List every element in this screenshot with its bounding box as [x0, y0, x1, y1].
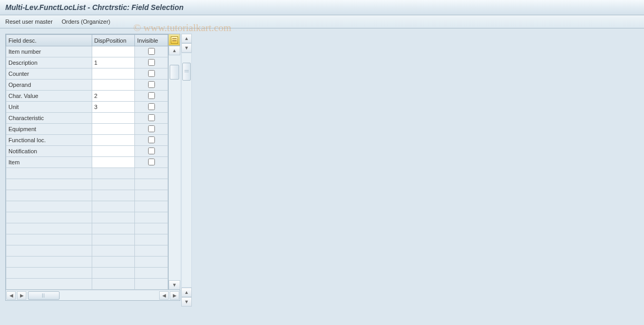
invisible-cell [135, 234, 168, 245]
table-vertical-scrollbar[interactable]: ▲ ▼ [169, 46, 180, 290]
orders-organizer-button[interactable]: Orders (Organizer) [62, 18, 110, 25]
field-desc-cell[interactable] [6, 257, 92, 268]
disp-position-cell[interactable] [92, 223, 135, 234]
field-desc-cell[interactable]: Item [6, 157, 92, 168]
hscroll-thumb[interactable] [28, 291, 60, 300]
table-row [6, 245, 168, 257]
invisible-checkbox[interactable] [148, 125, 155, 132]
table-row [6, 168, 168, 179]
panel-vertical-scrollbar[interactable]: ▲ ▼ ▲ ▼ [181, 34, 192, 307]
disp-position-cell[interactable] [92, 179, 135, 190]
invisible-checkbox[interactable] [148, 147, 155, 154]
invisible-checkbox[interactable] [148, 92, 155, 99]
disp-position-cell[interactable] [92, 146, 135, 157]
scroll-left-icon[interactable]: ◀ [6, 291, 16, 300]
field-selection-table: Field desc. DispPosition Invisible Item … [6, 34, 168, 290]
table-row [6, 279, 168, 290]
table-settings-button[interactable] [169, 34, 180, 46]
scroll-right-icon[interactable]: ▶ [17, 291, 26, 300]
disp-position-cell[interactable]: 1 [92, 57, 135, 68]
field-desc-cell[interactable]: Description [6, 57, 92, 68]
field-desc-cell[interactable] [6, 268, 92, 279]
field-desc-cell[interactable]: Equipment [6, 124, 92, 135]
invisible-cell [135, 146, 168, 157]
disp-position-cell[interactable] [92, 234, 135, 245]
scroll-right-end-icon[interactable]: ▶ [170, 291, 179, 300]
scroll-up-icon[interactable]: ▲ [169, 46, 180, 55]
field-desc-cell[interactable]: Unit [6, 102, 92, 113]
disp-position-cell[interactable] [92, 113, 135, 124]
disp-position-cell[interactable] [92, 124, 135, 135]
table-row: Functional loc. [6, 135, 168, 146]
field-desc-cell[interactable]: Functional loc. [6, 135, 92, 146]
invisible-checkbox[interactable] [148, 103, 155, 110]
disp-position-cell[interactable] [92, 257, 135, 268]
disp-position-cell[interactable] [92, 168, 135, 179]
invisible-checkbox[interactable] [148, 136, 155, 143]
table-row: Counter [6, 68, 168, 80]
table-horizontal-scrollbar[interactable]: ◀ ▶ ◀ ▶ [6, 290, 180, 300]
disp-position-cell[interactable] [92, 212, 135, 223]
table-row [6, 234, 168, 245]
scroll-down-icon[interactable]: ▼ [169, 280, 180, 290]
field-desc-cell[interactable] [6, 223, 92, 234]
field-desc-cell[interactable] [6, 179, 92, 190]
scroll-left-end-icon[interactable]: ◀ [159, 291, 169, 300]
field-desc-cell[interactable]: Char. Value [6, 91, 92, 102]
panel-scroll-up-icon[interactable]: ▲ [181, 34, 192, 43]
disp-position-cell[interactable] [92, 80, 135, 91]
field-desc-cell[interactable] [6, 245, 92, 257]
table-row [6, 223, 168, 234]
invisible-checkbox[interactable] [148, 114, 155, 121]
table-row [6, 268, 168, 279]
column-header-disp-position[interactable]: DispPosition [92, 35, 135, 46]
vscroll-track[interactable] [169, 55, 180, 280]
disp-position-cell[interactable] [92, 46, 135, 57]
field-desc-cell[interactable] [6, 234, 92, 245]
table-row [6, 179, 168, 190]
content-area: Field desc. DispPosition Invisible Item … [0, 28, 644, 312]
invisible-cell [135, 124, 168, 135]
panel-scroll-down-icon[interactable]: ▼ [181, 43, 192, 53]
hscroll-track[interactable] [28, 291, 75, 300]
disp-position-cell[interactable]: 3 [92, 102, 135, 113]
disp-position-cell[interactable] [92, 68, 135, 80]
invisible-cell [135, 157, 168, 168]
invisible-checkbox[interactable] [148, 59, 155, 66]
field-desc-cell[interactable]: Characteristic [6, 113, 92, 124]
field-desc-cell[interactable]: Operand [6, 80, 92, 91]
disp-position-cell[interactable]: 2 [92, 91, 135, 102]
field-desc-cell[interactable]: Notification [6, 146, 92, 157]
field-desc-cell[interactable]: Counter [6, 68, 92, 80]
table-row [6, 190, 168, 201]
field-desc-cell[interactable] [6, 212, 92, 223]
invisible-cell [135, 91, 168, 102]
disp-position-cell[interactable] [92, 268, 135, 279]
reset-user-master-button[interactable]: Reset user master [5, 18, 53, 25]
panel-scroll-up-end-icon[interactable]: ▲ [181, 288, 192, 297]
column-header-field-desc[interactable]: Field desc. [6, 35, 92, 46]
disp-position-cell[interactable] [92, 135, 135, 146]
disp-position-cell[interactable] [92, 190, 135, 201]
disp-position-cell[interactable] [92, 245, 135, 257]
invisible-cell [135, 212, 168, 223]
column-header-invisible[interactable]: Invisible [135, 35, 168, 46]
invisible-checkbox[interactable] [148, 81, 155, 88]
field-desc-cell[interactable] [6, 190, 92, 201]
invisible-checkbox[interactable] [148, 70, 155, 77]
invisible-checkbox[interactable] [148, 159, 155, 165]
disp-position-cell[interactable] [92, 279, 135, 290]
invisible-cell [135, 223, 168, 234]
vscroll-thumb[interactable] [170, 65, 179, 80]
panel-vscroll-track[interactable] [181, 53, 192, 288]
invisible-checkbox[interactable] [148, 48, 155, 55]
table-row: Characteristic [6, 113, 168, 124]
disp-position-cell[interactable] [92, 201, 135, 212]
field-desc-cell[interactable] [6, 201, 92, 212]
disp-position-cell[interactable] [92, 157, 135, 168]
field-desc-cell[interactable] [6, 168, 92, 179]
panel-scroll-down-end-icon[interactable]: ▼ [181, 297, 192, 307]
field-desc-cell[interactable]: Item number [6, 46, 92, 57]
panel-vscroll-thumb[interactable] [182, 63, 191, 81]
field-desc-cell[interactable] [6, 279, 92, 290]
